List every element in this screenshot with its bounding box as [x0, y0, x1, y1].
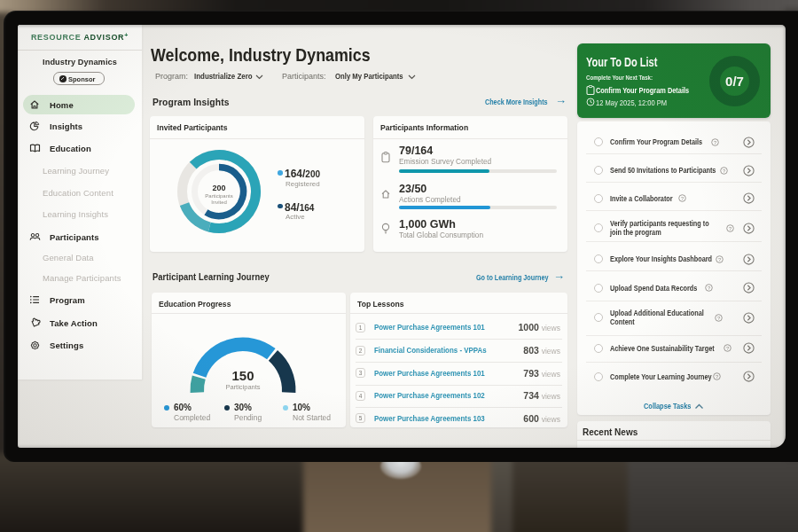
svg-text:?: ? [716, 374, 719, 379]
svg-text:?: ? [681, 196, 685, 201]
svg-text:?: ? [729, 225, 732, 231]
svg-text:?: ? [723, 168, 726, 173]
svg-text:?: ? [714, 139, 717, 145]
svg-text:?: ? [708, 286, 711, 291]
svg-text:?: ? [717, 315, 721, 320]
svg-text:?: ? [726, 346, 730, 351]
svg-text:?: ? [718, 256, 722, 262]
